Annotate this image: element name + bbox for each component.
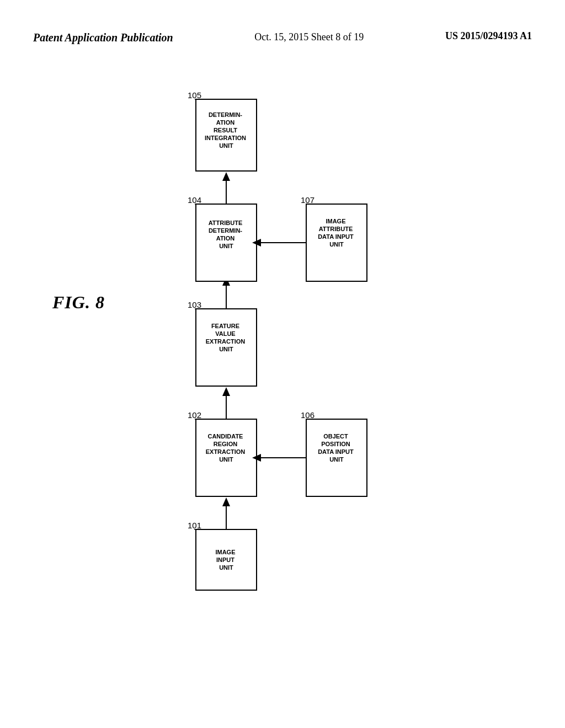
- ref-104: 104: [188, 195, 201, 205]
- patent-page: Patent Application Publication Oct. 15, …: [0, 0, 565, 728]
- arrowhead-102-103: [222, 387, 230, 396]
- header-title: Patent Application Publication: [33, 30, 173, 45]
- ref-106: 106: [301, 410, 315, 420]
- figure-label: FIG. 8: [52, 292, 105, 313]
- arrowhead-101-102: [222, 497, 230, 506]
- header-patent-num: US 2015/0294193 A1: [445, 30, 532, 42]
- ref-102: 102: [188, 410, 201, 420]
- arrowhead-104-105: [222, 172, 230, 181]
- ref-103: 103: [188, 300, 201, 309]
- header-date-sheet: Oct. 15, 2015 Sheet 8 of 19: [254, 30, 364, 44]
- ref-105: 105: [188, 90, 201, 100]
- diagram-svg: IMAGE INPUT UNIT 101 CANDIDATE REGION EX…: [110, 83, 486, 689]
- ref-101: 101: [188, 521, 201, 530]
- ref-107: 107: [301, 195, 315, 205]
- page-header: Patent Application Publication Oct. 15, …: [0, 30, 565, 45]
